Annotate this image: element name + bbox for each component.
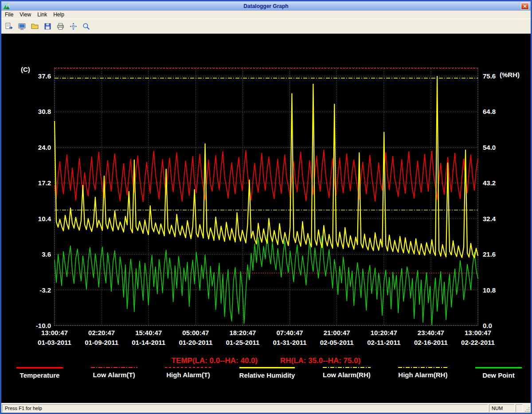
legend-label: Dew Point [482,371,515,379]
open-folder-icon [31,22,39,31]
x-tick-time: 05:00:47 [171,329,220,339]
left-axis-tick: 30.8 [18,108,51,116]
x-tick-date: 02-16-2011 [406,339,456,348]
x-axis-tick: 13:00:4702-22-2011 [453,329,503,348]
menu-bar: FileViewLinkHelp [1,11,531,19]
printer-icon [56,22,65,31]
close-button[interactable] [521,3,529,10]
x-axis-tick: 07:40:4701-31-2011 [265,329,315,348]
legend-swatch-temperature [16,367,63,368]
x-tick-date: 02-05-2011 [312,339,362,348]
legend-swatch-high-alarm-t [165,367,211,368]
left-axis-tick: 17.2 [18,179,51,187]
legend-swatch-high-alarm-rh [398,367,447,368]
print-button[interactable] [55,20,66,32]
legend-item-relative-humidity: Relative Humidity [239,367,295,379]
legend-label: Low Alarm(RH) [323,371,371,379]
x-axis-tick: 10:20:4702-11-2011 [359,329,409,348]
title-bar[interactable]: Datalogger Graph [1,1,531,11]
toolbar [1,19,531,34]
x-tick-date: 01-31-2011 [265,339,315,348]
legend-item-dew-point: Dew Point [475,367,522,379]
temp-alarm-text: TEMP(LA: 0.0--HA: 40.0) [172,356,258,365]
right-axis-tick: 32.4 [483,215,520,223]
series-relative-humidity [55,77,478,258]
legend-item-temperature: Temperature [16,367,63,379]
menu-item-file[interactable]: File [2,11,16,19]
left-axis-tick: 37.6 [18,72,51,80]
legend-label: Temperature [20,371,60,379]
window-title: Datalogger Graph [1,3,531,9]
x-tick-date: 01-20-2011 [171,339,220,348]
left-axis-tick: 10.4 [18,215,51,223]
x-tick-time: 13:00:47 [453,329,503,339]
legend-swatch-low-alarm-t [91,367,137,368]
right-axis-tick: 21.6 [483,250,520,258]
save-icon [43,22,52,31]
series-temperature [55,150,478,202]
menu-item-link[interactable]: Link [34,11,50,19]
chart-plot[interactable] [1,34,531,403]
left-axis-tick: -3.2 [18,286,51,294]
legend-item-low-alarm-rh: Low Alarm(RH) [323,367,371,379]
left-axis-tick: 3.6 [18,250,51,258]
alarm-settings-title: TEMP(LA: 0.0--HA: 40.0) RH(LA: 35.0--HA:… [1,356,531,365]
x-axis-tick: 18:20:4701-25-2011 [218,329,267,348]
x-axis-tick: 23:40:4702-16-2011 [406,329,456,348]
legend-swatch-low-alarm-rh [323,367,371,368]
chart-legend: TemperatureLow Alarm(T)High Alarm(T)Rela… [16,367,522,379]
x-tick-date: 01-25-2011 [218,339,267,348]
rh-alarm-text: RH(LA: 35.0--HA: 75.0) [280,356,360,365]
monitor-icon [18,22,26,31]
x-tick-time: 15:40:47 [124,329,173,339]
legend-label: Low Alarm(T) [93,371,135,379]
x-tick-time: 18:20:47 [218,329,267,339]
menu-item-help[interactable]: Help [50,11,67,19]
legend-label: Relative Humidity [239,371,295,379]
x-axis-tick: 15:40:4701-14-2011 [124,329,173,348]
x-tick-time: 07:40:47 [265,329,315,339]
right-axis-tick: 10.8 [483,286,520,294]
resize-grip[interactable] [524,404,530,412]
legend-label: High Alarm(RH) [398,371,447,379]
x-axis-tick: 21:00:4702-05-2011 [312,329,362,348]
x-axis-tick: 02:20:4701-09-2011 [77,329,126,348]
x-tick-time: 21:00:47 [312,329,362,339]
legend-item-low-alarm-t: Low Alarm(T) [91,367,137,379]
export-data-button[interactable] [3,20,15,32]
x-tick-time: 10:20:47 [359,329,409,339]
legend-item-high-alarm-t: High Alarm(T) [165,367,211,379]
x-tick-date: 01-03-2011 [30,339,79,348]
legend-item-high-alarm-rh: High Alarm(RH) [398,367,447,379]
right-axis-tick: 54.0 [483,144,520,152]
x-tick-date: 01-14-2011 [124,339,173,348]
zoom-fit-icon [69,22,78,31]
legend-label: High Alarm(T) [166,371,210,379]
legend-swatch-dew-point [475,367,522,368]
zoom-fit-button[interactable] [67,20,79,32]
x-tick-date: 02-11-2011 [359,339,409,348]
resize-grip-icon [524,407,530,412]
magnifier-icon [82,22,90,31]
menu-item-view[interactable]: View [16,11,34,19]
x-axis-tick: 13:00:4701-03-2011 [30,329,79,348]
right-axis-tick: 43.2 [483,179,520,187]
status-message: Press F1 for help [2,404,488,412]
x-tick-time: 13:00:47 [30,329,79,339]
app-window: Datalogger Graph FileViewLinkHelp (C) (%… [0,0,532,414]
x-tick-time: 02:20:47 [77,329,126,339]
display-graph-button[interactable] [16,20,28,32]
zoom-button[interactable] [80,20,92,32]
x-tick-time: 23:40:47 [406,329,456,339]
status-num-indicator: NUM [489,404,515,412]
status-extra-panel [516,404,523,412]
x-tick-date: 01-09-2011 [77,339,126,348]
legend-swatch-relative-humidity [239,367,295,368]
right-axis-tick: 64.8 [483,108,520,116]
open-file-button[interactable] [29,20,41,32]
status-bar: Press F1 for help NUM [1,403,531,413]
chart-area[interactable]: (C) (%RH) TEMP(LA: 0.0--HA: 40.0) RH(LA:… [1,34,531,403]
save-file-button[interactable] [42,20,54,32]
data-transfer-icon [5,22,13,31]
left-axis-tick: 24.0 [18,144,51,152]
